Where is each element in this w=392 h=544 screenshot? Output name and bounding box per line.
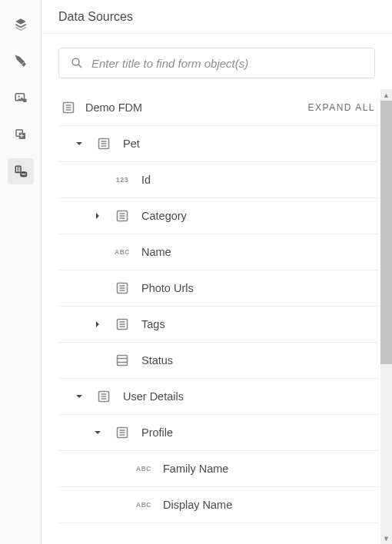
image-icon (14, 91, 28, 104)
type-icon-wrapper: ABC (134, 465, 154, 473)
tree-root-label: Demo FDM (85, 101, 142, 114)
object-type-icon (116, 210, 128, 222)
tree-node[interactable]: 123Id (58, 162, 378, 198)
copy-add-icon (14, 128, 28, 141)
number-type-icon: 123 (116, 176, 129, 184)
tree-node-label: Id (141, 174, 151, 186)
type-icon-wrapper (94, 138, 114, 150)
chevron-down-icon[interactable] (92, 429, 103, 436)
rail-item-assets[interactable] (8, 85, 34, 111)
chevron-down-icon[interactable] (74, 393, 85, 400)
chevron-right-icon[interactable] (92, 320, 103, 328)
tree-node[interactable]: User Details (58, 379, 378, 415)
data-sources-icon (14, 164, 28, 178)
vertical-scrollbar[interactable]: ▲ ▼ (380, 89, 392, 544)
chevron-right-icon[interactable] (92, 212, 103, 220)
chevron-down-icon[interactable] (74, 140, 85, 148)
tree-node[interactable]: Profile (58, 415, 378, 451)
object-type-icon (116, 282, 128, 294)
tree-node-label: Tags (141, 318, 165, 330)
type-icon-wrapper (112, 426, 132, 439)
tree-node[interactable]: Category (58, 198, 378, 234)
rail-item-components[interactable] (8, 121, 34, 148)
tree-node[interactable]: Status (58, 343, 378, 379)
svg-point-7 (21, 171, 27, 174)
main-panel: Data Sources Demo FDM EXPAND ALL Pet123I… (42, 0, 392, 544)
search-icon (70, 56, 84, 70)
search-box[interactable] (58, 48, 375, 78)
tree-node-label: User Details (123, 390, 184, 403)
tree-node[interactable]: ABCFamily Name (58, 451, 378, 487)
scroll-up-button[interactable]: ▲ (380, 89, 392, 101)
rail-item-data-sources[interactable] (8, 158, 34, 184)
string-type-icon: ABC (136, 465, 151, 473)
svg-line-9 (78, 65, 81, 68)
object-icon (62, 101, 75, 114)
rail-item-layers[interactable] (8, 11, 34, 37)
tree-node[interactable]: Tags (58, 307, 378, 343)
tree-root-row[interactable]: Demo FDM EXPAND ALL (58, 89, 378, 126)
tree-node-label: Photo Urls (141, 282, 194, 294)
panel-title: Data Sources (58, 10, 133, 24)
tree-scroll: Demo FDM EXPAND ALL Pet123IdCategoryABCN… (58, 89, 378, 544)
svg-marker-0 (15, 18, 26, 25)
type-icon-wrapper (112, 282, 132, 294)
object-type-icon (98, 390, 110, 403)
svg-point-2 (18, 95, 19, 97)
object-type-icon (116, 318, 128, 330)
object-type-icon (116, 426, 128, 439)
tree-node-label: Status (141, 354, 173, 367)
type-icon-wrapper (112, 210, 132, 222)
left-rail (0, 0, 42, 544)
type-icon-wrapper: 123 (112, 176, 132, 184)
svg-rect-30 (118, 356, 128, 366)
type-icon-wrapper (112, 354, 132, 367)
rail-item-tools[interactable] (8, 48, 34, 74)
tree-node[interactable]: Photo Urls (58, 270, 378, 307)
type-icon-wrapper: ABC (134, 501, 154, 509)
layers-icon (14, 17, 28, 31)
tree-container: Demo FDM EXPAND ALL Pet123IdCategoryABCN… (42, 89, 392, 544)
panel-header: Data Sources (42, 0, 392, 34)
tree-node-label: Pet (123, 138, 140, 150)
tree-node-label: Display Name (163, 499, 232, 511)
expand-all-button[interactable]: EXPAND ALL (308, 102, 378, 113)
scrollbar-thumb[interactable] (380, 101, 392, 364)
tree-node[interactable]: ABCName (58, 234, 378, 270)
tree-node[interactable]: ABCDisplay Name (58, 487, 378, 523)
type-icon-wrapper (112, 318, 132, 330)
tree-node-label: Category (141, 210, 187, 222)
tree-node[interactable]: Pet (58, 126, 378, 162)
type-icon-wrapper: ABC (112, 248, 132, 256)
scroll-down-button[interactable]: ▼ (380, 532, 392, 544)
search-container (42, 34, 392, 89)
object-type-icon (98, 138, 110, 150)
svg-point-8 (72, 58, 79, 65)
tree-node-label: Name (141, 246, 171, 258)
type-icon-wrapper (94, 390, 114, 403)
tree-node-label: Profile (141, 426, 173, 439)
search-input[interactable] (91, 57, 364, 70)
svg-rect-3 (23, 99, 27, 103)
wrench-icon (14, 54, 28, 68)
string-type-icon: ABC (115, 248, 130, 256)
string-type-icon: ABC (136, 501, 151, 509)
tree-node-label: Family Name (163, 463, 228, 475)
enum-type-icon (116, 354, 128, 367)
